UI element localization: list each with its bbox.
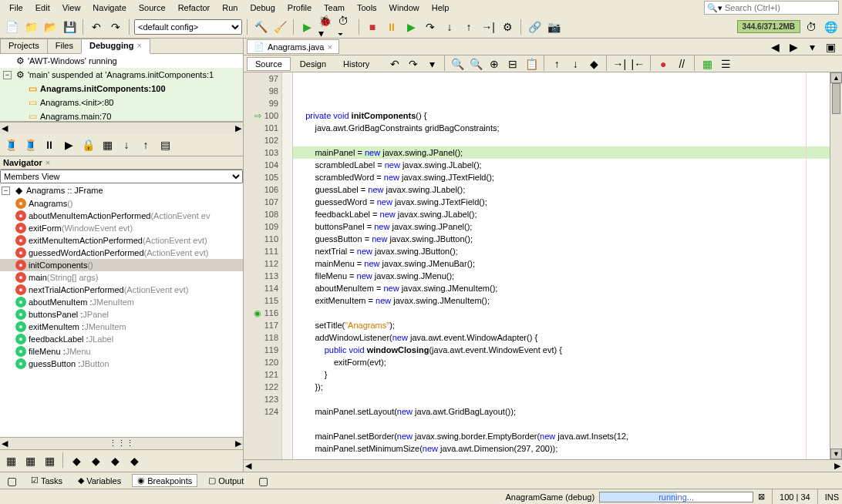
hscroll[interactable]: ◀⋮⋮⋮▶ (0, 437, 243, 449)
grid-button[interactable]: ▦ (99, 136, 116, 153)
expand-button[interactable]: ▢ (254, 472, 271, 489)
bottom-tab-tasks[interactable]: ☑Tasks (26, 475, 67, 486)
editor-hscroll[interactable]: ◀▶ (244, 459, 842, 472)
code-line[interactable]: exitMenuItem = new javax.swing.JMenuItem… (293, 294, 830, 307)
gc-button[interactable]: ⏱ (803, 18, 820, 35)
nav-btn[interactable]: ◆ (68, 452, 85, 469)
undo-button[interactable]: ↶ (88, 18, 105, 35)
editor-btn[interactable]: ⊟ (504, 55, 521, 72)
code-line[interactable]: scrambledWord = new javax.swing.JTextFie… (293, 171, 830, 183)
code-line[interactable]: guessLabel = new javax.swing.JLabel(); (293, 183, 830, 196)
nav-item[interactable]: ●main(String[] args) (0, 271, 243, 284)
editor-btn[interactable]: 🔍 (449, 55, 466, 72)
thread-row[interactable]: ⚙ 'AWT-Windows' running (0, 54, 243, 68)
editor-btn[interactable]: ↑ (548, 55, 565, 72)
editor-btn[interactable]: |← (629, 55, 646, 72)
pause-button[interactable]: ⏸ (383, 18, 400, 35)
code-line[interactable]: mainPanel.setBorder(new javax.swing.bord… (293, 430, 830, 442)
stop-progress-icon[interactable]: ⊠ (758, 492, 765, 502)
code-line[interactable]: scrambledLabel = new javax.swing.JLabel(… (293, 159, 830, 171)
menu-debug[interactable]: Debug (244, 2, 281, 14)
code-line[interactable]: feedbackLabel = new javax.swing.JLabel()… (293, 208, 830, 220)
code-line[interactable]: mainMenu = new javax.swing.JMenuBar(); (293, 257, 830, 270)
debug-button[interactable]: 🐞▾ (318, 18, 335, 35)
code-line[interactable] (293, 393, 830, 405)
bottom-tab-output[interactable]: ▢Output (204, 475, 248, 486)
new-project-button[interactable]: 📁 (22, 18, 39, 35)
close-icon[interactable]: × (136, 41, 141, 50)
profile-button[interactable]: ⏱▾ (337, 18, 354, 35)
memory-indicator[interactable]: 344.6/371.2MB (737, 20, 800, 33)
nav-btn[interactable]: ◆ (126, 452, 143, 469)
code-line[interactable]: java.awt.GridBagConstraints gridBagConst… (293, 122, 830, 134)
editor-btn[interactable]: ▦ (699, 55, 716, 72)
nav-btn[interactable]: ◆ (106, 452, 123, 469)
code-line[interactable]: mainPanel = new javax.swing.JPanel(); (293, 146, 830, 159)
menu-view[interactable]: View (56, 2, 87, 14)
editor-btn[interactable]: // (673, 55, 690, 72)
search-input[interactable] (725, 3, 833, 12)
nav-list-button[interactable]: ▾ (803, 39, 820, 55)
nav-item[interactable]: ●aboutMenuItemActionPerformed(ActionEven… (0, 210, 243, 222)
open-button[interactable]: 📂 (42, 18, 59, 35)
tab-projects[interactable]: Projects (0, 39, 48, 53)
resume-button[interactable]: ▶ (60, 136, 77, 153)
nav-item[interactable]: ●fileMenu : JMenu (0, 345, 243, 358)
code-line[interactable]: private void initComponents() { (293, 109, 830, 122)
code-line[interactable]: mainPanel.setLayout(new java.awt.GridBag… (293, 405, 830, 418)
step-out-button[interactable]: ↑ (460, 18, 477, 35)
code-line[interactable]: } (293, 368, 830, 381)
close-icon[interactable]: × (45, 158, 50, 167)
filter-button[interactable]: ▤ (157, 136, 173, 153)
code-line[interactable]: }); (293, 381, 830, 393)
code-editor[interactable]: 979899⇨100101102103104105106107108109110… (244, 72, 842, 459)
continue-button[interactable]: ▶ (402, 18, 419, 35)
editor-tab-anagrams[interactable]: 📄 Anagrams.java × (247, 39, 339, 54)
menu-help[interactable]: Help (426, 2, 456, 14)
code-line[interactable]: aboutMenuItem = new javax.swing.JMenuIte… (293, 282, 830, 294)
help-button[interactable]: 🌐 (822, 18, 839, 35)
menu-source[interactable]: Source (133, 2, 172, 14)
step-into-button[interactable]: ↓ (441, 18, 458, 35)
menu-navigate[interactable]: Navigate (86, 2, 132, 14)
editor-btn[interactable]: ↶ (386, 55, 403, 72)
lock-button[interactable]: 🔒 (79, 136, 96, 153)
down-button[interactable]: ↓ (118, 136, 135, 153)
menu-team[interactable]: Team (318, 2, 351, 14)
editor-btn[interactable]: →| (611, 55, 628, 72)
nav-item[interactable]: ●feedbackLabel : JLabel (0, 333, 243, 345)
nav-btn[interactable]: ◆ (87, 452, 104, 469)
scroll-down-icon[interactable]: ▼ (830, 449, 842, 459)
nav-item[interactable]: ●guessedWordActionPerformed(ActionEvent … (0, 247, 243, 259)
editor-btn[interactable]: ↓ (567, 55, 584, 72)
breakpoint-icon[interactable]: ● (655, 55, 672, 72)
menu-window[interactable]: Window (383, 2, 426, 14)
thread-button[interactable]: 🧵 (2, 136, 19, 153)
nav-back-button[interactable]: ◀ (766, 39, 783, 55)
stack-frame-current[interactable]: ▭ Anagrams.initComponents:100 (0, 82, 243, 96)
stop-button[interactable]: ■ (364, 18, 381, 35)
tab-debugging[interactable]: Debugging× (81, 39, 150, 54)
new-file-button[interactable]: 📄 (3, 18, 20, 35)
nav-item[interactable]: ●Anagrams() (0, 197, 243, 210)
expander-icon[interactable]: − (2, 186, 10, 195)
build-button[interactable]: 🔨 (252, 18, 269, 35)
nav-item[interactable]: ●exitMenuItem : JMenuItem (0, 321, 243, 333)
run-button[interactable]: ▶ (298, 18, 315, 35)
stack-frame[interactable]: ▭ Anagrams.main:70 (0, 109, 243, 122)
editor-btn[interactable]: ◆ (585, 55, 602, 72)
bottom-tab-variables[interactable]: ◆Variables (73, 475, 126, 486)
thread-row-suspended[interactable]: − ⚙ 'main' suspended at 'Anagrams.initCo… (0, 68, 243, 82)
editor-btn[interactable]: ⊕ (486, 55, 503, 72)
tab-files[interactable]: Files (47, 39, 82, 53)
camera-button[interactable]: 📷 (545, 18, 562, 35)
nav-btn[interactable]: ▦ (22, 452, 39, 469)
nav-item[interactable]: ●guessButton : JButton (0, 358, 243, 370)
code-line[interactable]: addWindowListener(new java.awt.event.Win… (293, 331, 830, 344)
pause-button[interactable]: ⏸ (41, 136, 58, 153)
clean-build-button[interactable]: 🧹 (271, 18, 288, 35)
nav-item[interactable]: ●exitMenuItemActionPerformed(ActionEvent… (0, 234, 243, 247)
menu-tools[interactable]: Tools (351, 2, 383, 14)
menu-edit[interactable]: Edit (29, 2, 56, 14)
editor-btn[interactable]: ☰ (717, 55, 734, 72)
